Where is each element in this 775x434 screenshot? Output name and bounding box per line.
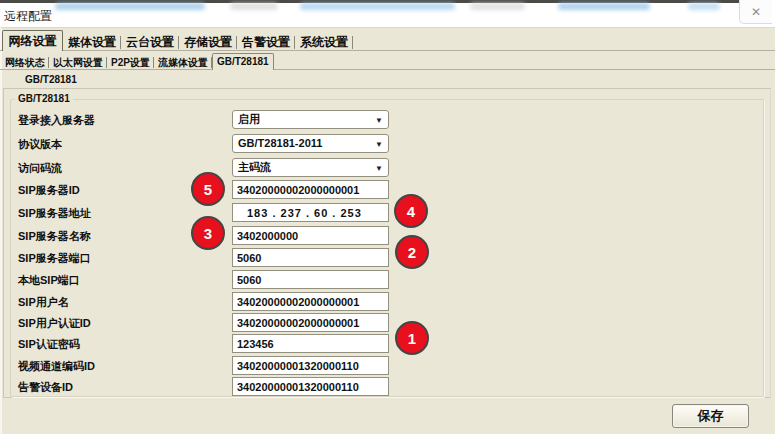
dropdown-value: 主码流	[238, 161, 271, 173]
title-bar: 远程配置 ✕	[0, 0, 775, 27]
tab-row-network: 网络状态 以太网设置 P2P设置 流媒体设置 GB/T28181	[1, 52, 274, 70]
annotation-marker-3: 3	[191, 216, 225, 250]
form-row-sip-auth-password: SIP认证密码	[18, 334, 518, 353]
sip-server-id-input[interactable]	[232, 180, 389, 199]
background-blur-blob	[470, 3, 525, 10]
video-channel-id-label: 视频通道编码ID	[18, 359, 95, 374]
sip-server-name-input[interactable]	[232, 226, 389, 245]
groupbox-legend: GB/T28181	[15, 93, 73, 104]
form-row-sip-server-address: SIP服务器地址	[18, 203, 518, 222]
chevron-down-icon: ▼	[375, 136, 383, 153]
local-sip-port-label: 本地SIP端口	[18, 273, 80, 288]
tab-p2p-settings[interactable]: P2P设置	[107, 56, 154, 70]
tab-gbt28181[interactable]: GB/T28181	[212, 53, 274, 70]
tab-storage-settings[interactable]: 存储设置	[179, 34, 237, 51]
tab-ethernet-settings[interactable]: 以太网设置	[49, 56, 107, 70]
form-row-sip-server-port: SIP服务器端口	[18, 248, 518, 267]
local-sip-port-input[interactable]	[232, 270, 389, 289]
background-blur-blob	[558, 3, 650, 10]
background-blur-blob	[230, 3, 278, 10]
form-row-sip-username: SIP用户名	[18, 292, 518, 311]
form-row-alarm-device-id: 告警设备ID	[18, 377, 518, 396]
sip-server-address-input[interactable]	[232, 203, 389, 222]
background-blur-blob	[300, 3, 455, 10]
chevron-down-icon: ▼	[375, 112, 383, 129]
annotation-marker-2: 2	[395, 235, 429, 269]
login-access-server-label: 登录接入服务器	[18, 113, 95, 128]
sip-auth-password-label: SIP认证密码	[18, 337, 80, 352]
window-title: 远程配置	[4, 8, 52, 25]
protocol-version-dropdown[interactable]: GB/T28181-2011 ▼	[232, 134, 389, 153]
sip-auth-password-input[interactable]	[232, 334, 389, 353]
tab-strip-divider	[0, 69, 775, 70]
tab-network-status[interactable]: 网络状态	[1, 56, 49, 70]
close-button[interactable]: ✕	[739, 0, 772, 24]
save-button[interactable]: 保存	[672, 404, 749, 428]
close-icon: ✕	[751, 5, 761, 19]
sip-username-label: SIP用户名	[18, 295, 69, 310]
tab-media-settings[interactable]: 媒体设置	[63, 34, 121, 51]
sip-server-port-label: SIP服务器端口	[18, 251, 91, 266]
sip-server-id-label: SIP服务器ID	[18, 183, 80, 198]
page-sublabel: GB/T28181	[25, 74, 77, 85]
form-row-sip-server-name: SIP服务器名称	[18, 226, 518, 245]
sip-user-auth-id-input[interactable]	[232, 313, 389, 332]
dropdown-value: 启用	[238, 113, 260, 125]
login-access-server-dropdown[interactable]: 启用 ▼	[232, 110, 389, 129]
protocol-version-label: 协议版本	[18, 137, 62, 152]
form-row-video-channel-id: 视频通道编码ID	[18, 356, 518, 375]
access-stream-label: 访问码流	[18, 161, 62, 176]
sip-user-auth-id-label: SIP用户认证ID	[18, 316, 91, 331]
background-blur-blob	[688, 3, 720, 10]
sip-server-address-label: SIP服务器地址	[18, 206, 91, 221]
tab-network-settings[interactable]: 网络设置	[2, 30, 63, 51]
annotation-marker-1: 1	[395, 321, 429, 355]
form-row-protocol-version: 协议版本 GB/T28181-2011 ▼	[18, 134, 518, 153]
alarm-device-id-input[interactable]	[232, 377, 389, 396]
form-row-local-sip-port: 本地SIP端口	[18, 270, 518, 289]
chevron-down-icon: ▼	[375, 160, 383, 177]
tab-streaming-media-settings[interactable]: 流媒体设置	[154, 56, 212, 70]
tab-ptz-settings[interactable]: 云台设置	[121, 34, 179, 51]
annotation-marker-4: 4	[394, 194, 428, 228]
alarm-device-id-label: 告警设备ID	[18, 380, 73, 395]
form-row-login-access-server: 登录接入服务器 启用 ▼	[18, 110, 518, 129]
form-row-access-stream: 访问码流 主码流 ▼	[18, 158, 518, 177]
tab-system-settings[interactable]: 系统设置	[295, 34, 353, 51]
access-stream-dropdown[interactable]: 主码流 ▼	[232, 158, 389, 177]
video-channel-id-input[interactable]	[232, 356, 389, 375]
sip-server-name-label: SIP服务器名称	[18, 229, 91, 244]
tab-row-main: 网络设置 媒体设置 云台设置 存储设置 告警设置 系统设置	[2, 29, 353, 51]
sip-server-port-input[interactable]	[232, 248, 389, 267]
tab-alarm-settings[interactable]: 告警设置	[237, 34, 295, 51]
form-row-sip-server-id: SIP服务器ID	[18, 180, 518, 199]
background-blur-blob	[55, 3, 205, 10]
form-row-sip-user-auth-id: SIP用户认证ID	[18, 313, 518, 332]
sip-username-input[interactable]	[232, 292, 389, 311]
dropdown-value: GB/T28181-2011	[238, 137, 322, 149]
annotation-marker-5: 5	[191, 172, 225, 206]
